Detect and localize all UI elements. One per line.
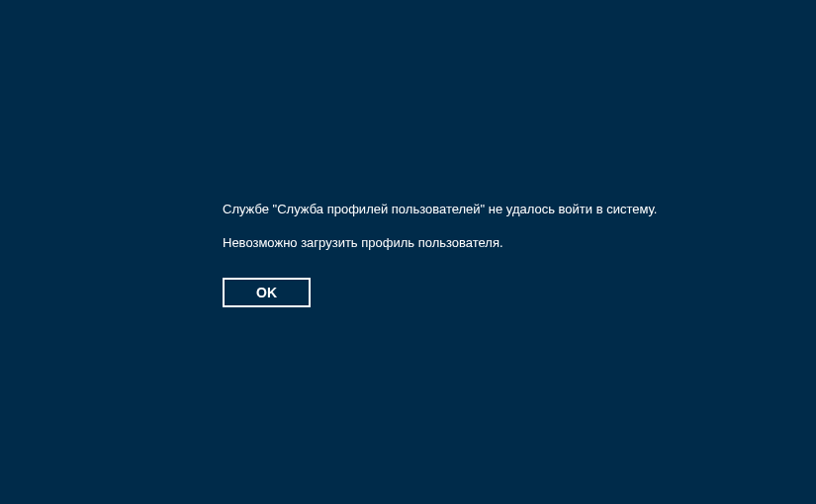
error-text-line1: Службе "Служба профилей пользователей" н… (223, 202, 657, 217)
error-text-line2: Невозможно загрузить профиль пользовател… (223, 235, 657, 251)
error-message-container: Службе "Служба профилей пользователей" н… (223, 202, 657, 307)
ok-button[interactable]: OK (223, 278, 311, 307)
